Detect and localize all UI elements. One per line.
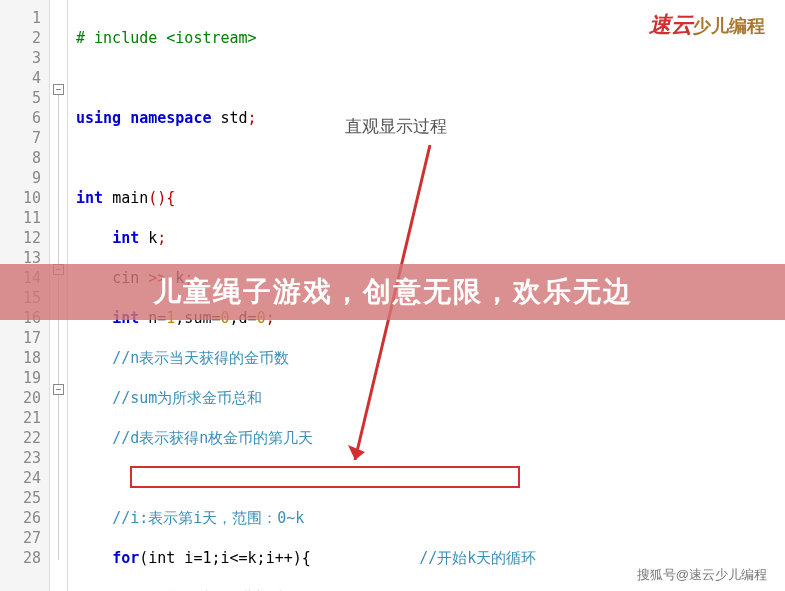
- line-number: 2: [0, 28, 49, 48]
- line-number: 11: [0, 208, 49, 228]
- watermark-logo: 速云: [649, 12, 693, 37]
- keyword: int: [76, 189, 103, 207]
- operator: (): [148, 189, 166, 207]
- line-number: 24: [0, 468, 49, 488]
- comment: //d表示获得n枚金币的第几天: [112, 429, 313, 447]
- overlay-banner: 儿童绳子游戏，创意无限，欢乐无边: [0, 264, 785, 320]
- keyword: for: [112, 549, 139, 567]
- line-number: 12: [0, 228, 49, 248]
- watermark-text: 少儿编程: [693, 16, 765, 36]
- identifier: std: [221, 109, 248, 127]
- line-number: 21: [0, 408, 49, 428]
- function-name: main: [112, 189, 148, 207]
- comment: //sum为所求金币总和: [112, 389, 262, 407]
- banner-text: 儿童绳子游戏，创意无限，欢乐无边: [153, 273, 633, 311]
- operator: ;: [248, 109, 257, 127]
- code: (int i=1;i<=k;i++){: [139, 549, 311, 567]
- line-number: 26: [0, 508, 49, 528]
- fold-toggle[interactable]: −: [53, 84, 64, 95]
- operator: ;: [157, 229, 166, 247]
- footer-credit: 搜狐号@速云少儿编程: [633, 565, 771, 585]
- line-number: 27: [0, 528, 49, 548]
- identifier: k: [148, 229, 157, 247]
- line-number: 8: [0, 148, 49, 168]
- watermark: 速云少儿编程: [649, 10, 765, 40]
- annotation-label: 直观显示过程: [345, 115, 447, 138]
- line-number: 17: [0, 328, 49, 348]
- comment: //i:表示第i天，范围：0~k: [112, 509, 304, 527]
- brace: {: [166, 189, 175, 207]
- line-number: 1: [0, 8, 49, 28]
- line-number: 9: [0, 168, 49, 188]
- line-number: 7: [0, 128, 49, 148]
- keyword: using: [76, 109, 121, 127]
- line-number: 25: [0, 488, 49, 508]
- line-number: 5: [0, 88, 49, 108]
- line-number: 3: [0, 48, 49, 68]
- line-number: 23: [0, 448, 49, 468]
- keyword: namespace: [130, 109, 211, 127]
- line-number: 19: [0, 368, 49, 388]
- line-number: 6: [0, 108, 49, 128]
- comment: //n表示当天获得的金币数: [112, 349, 289, 367]
- line-number: 4: [0, 68, 49, 88]
- line-number: 22: [0, 428, 49, 448]
- line-number: 20: [0, 388, 49, 408]
- line-number: 10: [0, 188, 49, 208]
- fold-toggle[interactable]: −: [53, 384, 64, 395]
- comment: //开始k天的循环: [419, 549, 536, 567]
- line-number: 28: [0, 548, 49, 568]
- line-number: 18: [0, 348, 49, 368]
- preprocessor: # include <iostream>: [76, 29, 257, 47]
- keyword: int: [112, 229, 139, 247]
